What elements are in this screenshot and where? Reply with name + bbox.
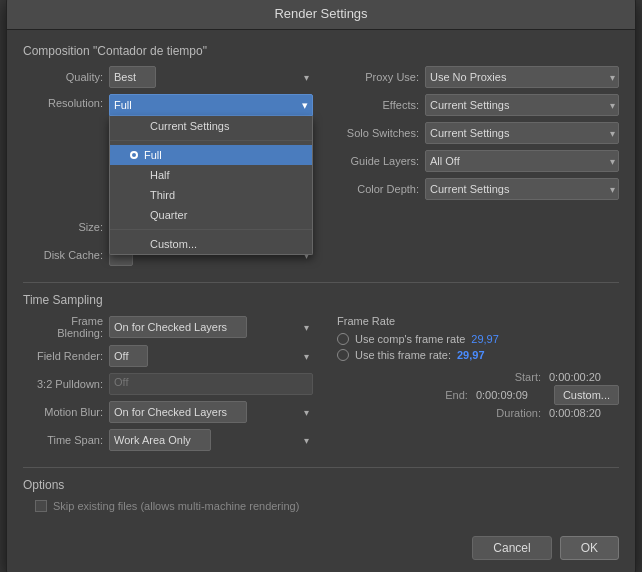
- frame-blending-label: Frame Blending:: [23, 315, 103, 339]
- resolution-option-current-settings[interactable]: Current Settings: [110, 116, 312, 136]
- use-comps-rate-row: Use comp's frame rate 29,97: [337, 333, 619, 345]
- end-label: End:: [445, 389, 468, 401]
- resolution-option-quarter[interactable]: Quarter: [110, 205, 312, 225]
- resolution-option-half[interactable]: Half: [110, 165, 312, 185]
- solo-switches-row: Solo Switches: Current Settings: [329, 122, 619, 144]
- end-row: End: 0:00:09:09 Custom...: [329, 385, 619, 405]
- end-value: 0:00:09:09: [476, 389, 546, 401]
- custom-end-button[interactable]: Custom...: [554, 385, 619, 405]
- render-settings-dialog: Render Settings Composition "Contador de…: [6, 0, 636, 572]
- color-depth-label: Color Depth:: [329, 183, 419, 195]
- resolution-dropdown-container: Full ▾ Current Settings Full: [109, 94, 313, 116]
- cancel-button[interactable]: Cancel: [472, 536, 551, 560]
- duration-value: 0:00:08:20: [549, 407, 619, 419]
- use-this-rate-value: 29,97: [457, 349, 485, 361]
- color-depth-select[interactable]: Current Settings: [425, 178, 619, 200]
- composition-label: Composition "Contador de tiempo": [23, 44, 619, 58]
- start-value: 0:00:00:20: [549, 371, 619, 383]
- time-controls-col: Frame Blending: On for Checked Layers Fi…: [23, 315, 313, 457]
- resolution-row: Resolution: Full ▾ Current Settings: [23, 94, 313, 116]
- field-render-label: Field Render:: [23, 350, 103, 362]
- use-comps-rate-label: Use comp's frame rate: [355, 333, 465, 345]
- field-render-row: Field Render: Off: [23, 345, 313, 367]
- ok-button[interactable]: OK: [560, 536, 619, 560]
- right-column: Proxy Use: Use No Proxies Effects: Curre…: [329, 66, 619, 272]
- quality-label: Quality:: [23, 71, 103, 83]
- resolution-selected-indicator: [130, 151, 138, 159]
- options-title: Options: [23, 478, 619, 492]
- frame-rate-section: Frame Rate Use comp's frame rate 29,97 U…: [329, 315, 619, 361]
- color-depth-row: Color Depth: Current Settings: [329, 178, 619, 200]
- duration-row: Duration: 0:00:08:20: [329, 407, 619, 419]
- start-label: Start:: [515, 371, 541, 383]
- divider-1: [23, 282, 619, 283]
- pulldown-label: 3:2 Pulldown:: [23, 378, 103, 390]
- frame-rate-title: Frame Rate: [337, 315, 619, 327]
- use-this-rate-label: Use this frame rate:: [355, 349, 451, 361]
- skip-files-label: Skip existing files (allows multi-machin…: [53, 500, 299, 512]
- proxy-use-label: Proxy Use:: [329, 71, 419, 83]
- time-span-select-wrapper: Work Area Only: [109, 429, 313, 451]
- proxy-use-select[interactable]: Use No Proxies: [425, 66, 619, 88]
- skip-files-checkbox[interactable]: [35, 500, 47, 512]
- motion-blur-select[interactable]: On for Checked Layers: [109, 401, 247, 423]
- resolution-option-full[interactable]: Full: [110, 145, 312, 165]
- frame-blending-select-wrapper: On for Checked Layers: [109, 316, 313, 338]
- frame-rate-col: Frame Rate Use comp's frame rate 29,97 U…: [329, 315, 619, 457]
- solo-switches-select-wrapper: Current Settings: [425, 122, 619, 144]
- timing-info: Start: 0:00:00:20 End: 0:00:09:09 Custom…: [329, 371, 619, 419]
- dialog-title: Render Settings: [7, 0, 635, 30]
- resolution-dropdown-menu: Current Settings Full Half: [109, 116, 313, 255]
- resolution-trigger[interactable]: Full ▾: [109, 94, 313, 116]
- options-section: Options Skip existing files (allows mult…: [23, 478, 619, 512]
- field-render-select[interactable]: Off: [109, 345, 148, 367]
- time-span-select[interactable]: Work Area Only: [109, 429, 211, 451]
- pulldown-row: 3:2 Pulldown: Off: [23, 373, 313, 395]
- resolution-label: Resolution:: [23, 97, 103, 109]
- bottom-buttons: Cancel OK: [7, 526, 635, 572]
- use-comps-rate-value: 29,97: [471, 333, 499, 345]
- motion-blur-select-wrapper: On for Checked Layers: [109, 401, 313, 423]
- effects-select[interactable]: Current Settings: [425, 94, 619, 116]
- solo-switches-label: Solo Switches:: [329, 127, 419, 139]
- quality-select[interactable]: Best: [109, 66, 156, 88]
- motion-blur-row: Motion Blur: On for Checked Layers: [23, 401, 313, 423]
- duration-label: Duration:: [496, 407, 541, 419]
- use-comps-rate-radio[interactable]: [337, 333, 349, 345]
- disk-cache-label: Disk Cache:: [23, 249, 103, 261]
- effects-row: Effects: Current Settings: [329, 94, 619, 116]
- field-render-select-wrapper: Off: [109, 345, 313, 367]
- guide-layers-select-wrapper: All Off: [425, 150, 619, 172]
- proxy-use-select-wrapper: Use No Proxies: [425, 66, 619, 88]
- proxy-use-row: Proxy Use: Use No Proxies: [329, 66, 619, 88]
- skip-files-row: Skip existing files (allows multi-machin…: [23, 500, 619, 512]
- quality-row: Quality: Best: [23, 66, 313, 88]
- start-row: Start: 0:00:00:20: [329, 371, 619, 383]
- time-span-row: Time Span: Work Area Only: [23, 429, 313, 451]
- resolution-option-third[interactable]: Third: [110, 185, 312, 205]
- time-span-label: Time Span:: [23, 434, 103, 446]
- use-this-rate-radio[interactable]: [337, 349, 349, 361]
- size-label: Size:: [23, 221, 103, 233]
- guide-layers-row: Guide Layers: All Off: [329, 150, 619, 172]
- effects-select-wrapper: Current Settings: [425, 94, 619, 116]
- frame-blending-row: Frame Blending: On for Checked Layers: [23, 315, 313, 339]
- frame-blending-select[interactable]: On for Checked Layers: [109, 316, 247, 338]
- effects-label: Effects:: [329, 99, 419, 111]
- time-sampling-content: Frame Blending: On for Checked Layers Fi…: [23, 315, 619, 457]
- use-this-rate-row: Use this frame rate: 29,97: [337, 349, 619, 361]
- resolution-option-custom[interactable]: Custom...: [110, 234, 312, 254]
- color-depth-select-wrapper: Current Settings: [425, 178, 619, 200]
- guide-layers-select[interactable]: All Off: [425, 150, 619, 172]
- motion-blur-label: Motion Blur:: [23, 406, 103, 418]
- guide-layers-label: Guide Layers:: [329, 155, 419, 167]
- divider-2: [23, 467, 619, 468]
- pulldown-value: Off: [109, 373, 313, 395]
- left-column: Quality: Best Resolution: Full ▾: [23, 66, 313, 272]
- quality-select-wrapper: Best: [109, 66, 313, 88]
- time-sampling-title: Time Sampling: [23, 293, 619, 307]
- solo-switches-select[interactable]: Current Settings: [425, 122, 619, 144]
